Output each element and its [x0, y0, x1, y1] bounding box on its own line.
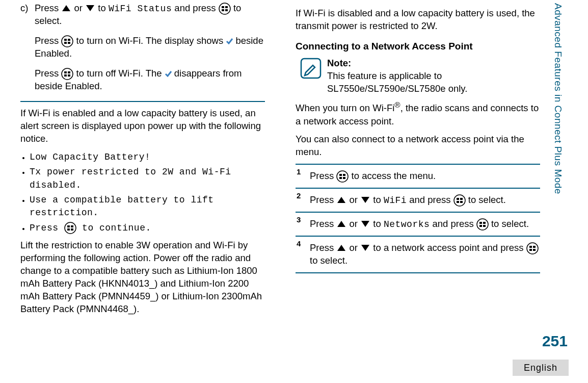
page-number: 251	[542, 331, 568, 352]
up-arrow-icon	[336, 220, 346, 228]
wifi-status-menuitem: WiFi Status	[109, 4, 172, 14]
bullet-2: Tx power restricted to 2W and Wi-Fi disa…	[30, 167, 231, 190]
down-arrow-icon	[360, 196, 370, 204]
menu-button-icon	[453, 194, 466, 207]
networks-menuitem: Networks	[384, 219, 430, 229]
para-radio-scans: When you turn on Wi-Fi®, the radio scans…	[296, 100, 540, 127]
note-title: Note:	[327, 58, 351, 68]
alert-bullets: Low Capacity Battery! Tx power restricte…	[20, 150, 265, 234]
rule	[20, 101, 265, 102]
procedure-steps: 1 Press to access the menu. 2 Press or t…	[296, 164, 540, 274]
up-arrow-icon	[336, 196, 346, 204]
para-also-connect: You can also connect to a network access…	[296, 133, 540, 159]
bullet-3: Use a compatible battery to lift restric…	[30, 195, 214, 218]
menu-button-icon	[61, 35, 73, 47]
step-1: 1 Press to access the menu.	[296, 164, 540, 188]
up-arrow-icon	[61, 4, 71, 12]
step-2: 2 Press or to WiFi and press to select.	[296, 188, 540, 212]
down-arrow-icon	[360, 220, 370, 228]
check-icon	[165, 70, 172, 77]
menu-button-icon	[336, 170, 349, 183]
check-icon	[226, 37, 233, 44]
column-right: If Wi-Fi is disabled and a low capacity …	[296, 0, 540, 383]
up-arrow-icon	[336, 244, 346, 252]
language-tab: English	[513, 360, 569, 376]
substep-c-line1: Press or to WiFi Status and press to sel…	[35, 2, 265, 28]
wifi-menuitem: WiFi	[384, 195, 407, 206]
substep-c-line3: Press to turn off Wi-Fi. The disappears …	[35, 67, 265, 93]
heading-connecting: Connecting to a Network Access Point	[296, 40, 540, 53]
para-disabled-2w: If Wi-Fi is disabled and a low capacity …	[296, 7, 540, 33]
sidebar-chapter-title: Advanced Features in Connect Plus Mode	[551, 3, 565, 194]
substep-label: c)	[20, 2, 35, 100]
substep-c-line2: Press to turn on Wi-Fi. The display show…	[35, 35, 265, 60]
note-pencil-icon	[300, 57, 322, 80]
menu-button-icon	[476, 218, 489, 231]
substep-c: c) Press or to WiFi Status and press to …	[20, 2, 265, 100]
bullet-1: Low Capacity Battery!	[30, 152, 150, 162]
para-low-battery-intro: If Wi-Fi is enabled and a low capacity b…	[20, 107, 265, 145]
column-left: c) Press or to WiFi Status and press to …	[20, 0, 265, 383]
down-arrow-icon	[85, 4, 95, 12]
step-3: 3 Press or to Networks and press to sele…	[296, 212, 540, 236]
note-block: Note: This feature is applicable to SL75…	[300, 57, 540, 95]
page-root: c) Press or to WiFi Status and press to …	[0, 0, 588, 383]
para-lift-restriction: Lift the restriction to enable 3W operat…	[20, 239, 265, 316]
bullet-4: Press to continue.	[30, 221, 265, 234]
menu-button-icon	[526, 242, 539, 254]
note-body: This feature is applicable to SL7550e/SL…	[327, 70, 467, 94]
down-arrow-icon	[360, 244, 370, 252]
menu-button-icon	[64, 222, 76, 234]
step-4: 4 Press or to a network access point and…	[296, 236, 540, 273]
menu-button-icon	[219, 3, 231, 15]
menu-button-icon	[61, 68, 73, 80]
